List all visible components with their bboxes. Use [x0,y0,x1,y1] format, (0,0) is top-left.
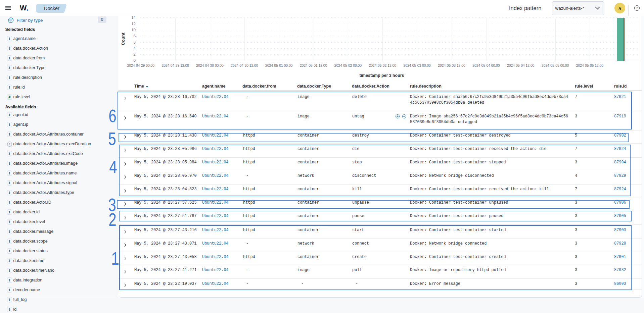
svg-text:Docker: Docker [44,6,59,11]
svg-text:?: ? [9,142,10,146]
